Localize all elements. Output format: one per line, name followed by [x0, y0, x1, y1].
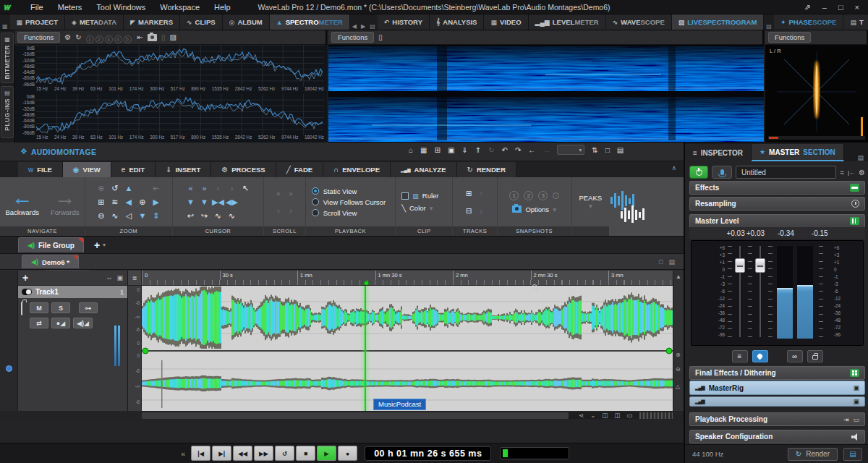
add-track-button[interactable]: +: [22, 272, 28, 284]
bypass-icon[interactable]: ≈: [840, 169, 844, 177]
li[interactable]: ↑: [480, 190, 483, 197]
li[interactable]: ⇕: [153, 211, 159, 221]
li[interactable]: ▼: [200, 197, 208, 206]
zoom-out-icon[interactable]: ⊖: [676, 366, 681, 373]
li[interactable]: ∿: [111, 211, 118, 221]
tab-inspector[interactable]: ≡INSPECTOR: [685, 144, 752, 161]
sort-icon[interactable]: ⇅: [592, 146, 597, 154]
li[interactable]: ↪: [201, 211, 208, 221]
li[interactable]: ›: [289, 207, 292, 215]
timeline-ruler[interactable]: 030 s1 mn1 mn 30 s2 mn2 mn 30 s3 mn: [142, 271, 673, 286]
render-button[interactable]: ↻Render: [788, 448, 838, 461]
tbtn[interactable]: ▶▶: [254, 446, 273, 461]
ribbon-tab-analyze[interactable]: ▂▄▆ANALYZE: [391, 162, 456, 177]
transport-time-display[interactable]: 00 h 01 mn 26 s 655 ms: [365, 446, 491, 461]
li[interactable]: ↖: [242, 184, 249, 193]
master-level-section-header[interactable]: Master Level: [689, 214, 865, 228]
cnum[interactable]: 4: [114, 35, 122, 43]
li[interactable]: ▣: [448, 146, 454, 154]
li[interactable]: ⊞: [435, 146, 441, 154]
doc-tab-demo6[interactable]: ◀)Demo6 *: [22, 255, 79, 268]
montage-toolbar-icons[interactable]: ⊞▣⇓⇑↻↶↷←→: [435, 146, 550, 154]
gain-value[interactable]: +0.03: [726, 229, 744, 237]
li[interactable]: ⊖: [98, 211, 104, 221]
tab-wavescope[interactable]: ∿WAVESCOPE: [606, 14, 672, 30]
tab-livespectrogram[interactable]: ▨LIVESPECTROGRAM: [672, 14, 765, 30]
tbtn[interactable]: ▶|: [212, 446, 231, 461]
tab-markers[interactable]: ◤MARKERS: [124, 14, 180, 30]
home-icon[interactable]: ⌂: [409, 146, 413, 154]
tab-mastersection[interactable]: ★MASTERSECTION: [752, 144, 844, 161]
dock-tab-plugins[interactable]: ▤PLUG-INS: [1, 86, 14, 138]
settings-list-button[interactable]: ≡: [732, 350, 748, 362]
close-icon[interactable]: ×: [855, 3, 859, 12]
li[interactable]: ⇓: [461, 146, 467, 154]
li[interactable]: ⇤: [153, 184, 159, 193]
scrollbar-handle[interactable]: [142, 412, 569, 419]
share-icon[interactable]: ⋖: [579, 412, 584, 419]
final-effects-section-header[interactable]: Final Effects / Dithering: [689, 366, 865, 380]
final-effect-slot-empty[interactable]: ▂▄▆ ▣: [689, 396, 865, 407]
snapshots-options-dropdown[interactable]: Options▾: [512, 205, 556, 213]
maximize-view-icon[interactable]: □: [605, 146, 610, 154]
functions-button[interactable]: Functions: [331, 32, 374, 43]
tbtn[interactable]: ◀◀: [233, 446, 252, 461]
file-group-tab[interactable]: ◀)File Group: [18, 237, 84, 252]
ribbon-tab-view[interactable]: ◉VIEW: [63, 162, 111, 177]
li[interactable]: ↻: [488, 146, 494, 154]
tab-panel-icon-2[interactable]: ▤: [764, 23, 774, 30]
fit-width-icon[interactable]: ⇔: [106, 274, 112, 281]
ribbon-tab-envelope[interactable]: ∩ENVELOPE: [323, 162, 391, 177]
scroll-view-radio[interactable]: Scroll View: [312, 209, 357, 217]
li[interactable]: ‹: [277, 207, 279, 215]
ribbon-tab-insert[interactable]: ⇓INSERT: [156, 162, 211, 177]
restore-pane-icon[interactable]: □: [659, 258, 663, 266]
li[interactable]: ‹: [217, 184, 220, 192]
reset-icon[interactable]: ↻: [75, 33, 81, 41]
li[interactable]: ⊕: [98, 184, 104, 193]
tbtn[interactable]: ■: [296, 446, 315, 461]
tab-scroll-left-icon[interactable]: ◀: [350, 23, 359, 30]
menu-file[interactable]: File: [23, 3, 51, 12]
tab-clips[interactable]: ∿CLIPS: [180, 14, 223, 30]
li[interactable]: ◀: [126, 197, 132, 207]
dock-left-icon[interactable]: ⇤: [137, 33, 143, 41]
tab-metadata[interactable]: ◈METADATA: [65, 14, 124, 30]
li[interactable]: ›: [231, 184, 234, 192]
color-dropdown[interactable]: ╲Color▾: [401, 204, 433, 212]
link-channels-button[interactable]: ∞: [787, 350, 803, 362]
view-follows-cursor-radio[interactable]: View Follows Cursor: [312, 198, 386, 206]
menu-meters[interactable]: Meters: [51, 3, 90, 12]
tabrow-grid-icon[interactable]: ▦: [0, 23, 10, 30]
ribbon-tab-fade[interactable]: ╱FADE: [276, 162, 323, 177]
tab-truncated[interactable]: ▤T: [843, 14, 868, 30]
restore-icon[interactable]: □: [838, 3, 843, 12]
scroll-up-icon[interactable]: ▲: [676, 273, 681, 280]
tab-phasescope[interactable]: ✦PHASESCOPE: [774, 14, 844, 30]
ruler-checkbox[interactable]: ▥Ruler: [401, 192, 438, 200]
tab-panel-icon[interactable]: ▤: [367, 23, 378, 30]
track-header[interactable]: Track1 1: [18, 286, 127, 298]
ribbon-tab-process[interactable]: ⚙PROCESS: [211, 162, 276, 177]
tab-scroll-right-icon[interactable]: ▶: [359, 23, 367, 30]
trash-icon[interactable]: ▯: [378, 33, 383, 41]
ribbon-tab-file[interactable]: wFILE: [18, 162, 63, 177]
trash-icon[interactable]: ▯: [161, 33, 166, 41]
zoom-in-icon[interactable]: ⊕: [676, 352, 681, 358]
slot-window-icon[interactable]: ▣: [853, 384, 859, 391]
lock-icon[interactable]: [21, 302, 22, 315]
li[interactable]: ◁: [126, 211, 132, 221]
li[interactable]: »: [289, 190, 293, 197]
expand-icon[interactable]: ⇗: [804, 3, 811, 12]
magnify-icon[interactable]: △: [676, 383, 680, 390]
li[interactable]: ⊞: [98, 197, 104, 207]
li[interactable]: ▼: [187, 197, 195, 206]
li[interactable]: ▲: [124, 184, 132, 192]
pane-list-icon[interactable]: ▤: [668, 258, 675, 266]
resampling-section-header[interactable]: Resampling: [689, 197, 865, 211]
tab-spectrometer[interactable]: ▲SPECTROMETER: [270, 14, 350, 30]
droplet-button[interactable]: [752, 350, 768, 362]
functions-button[interactable]: Functions: [17, 32, 60, 43]
monitor-button[interactable]: ◀)◢: [73, 318, 93, 328]
ribbon-tab-edit[interactable]: eEDIT: [111, 162, 156, 177]
